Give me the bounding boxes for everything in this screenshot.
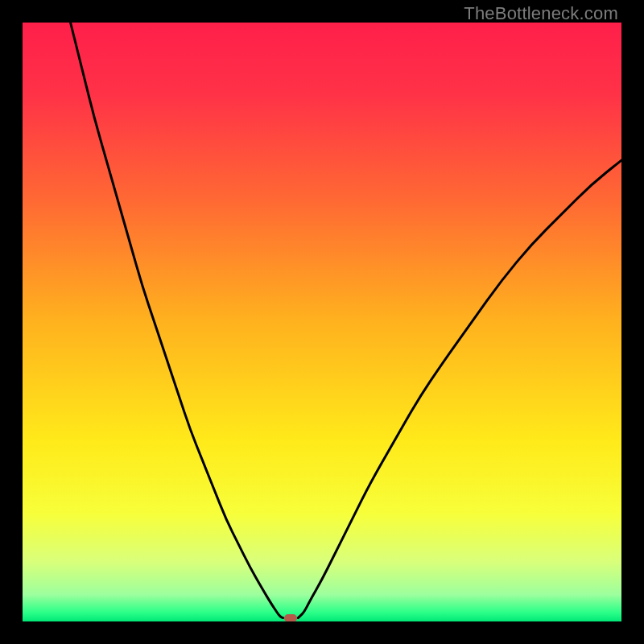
optimal-point-marker: [284, 614, 297, 621]
watermark-text: TheBottleneck.com: [464, 3, 618, 24]
bottleneck-curve: [23, 23, 621, 621]
chart-area: [23, 23, 621, 621]
